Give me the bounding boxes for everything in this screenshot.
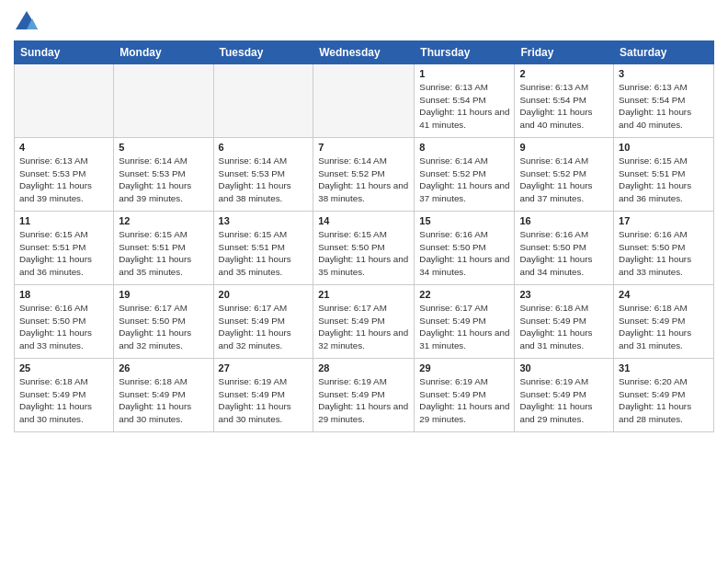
day-number: 2 — [519, 68, 609, 79]
calendar-cell: 31Sunrise: 6:20 AM Sunset: 5:49 PM Dayli… — [614, 359, 714, 432]
calendar-cell: 3Sunrise: 6:13 AM Sunset: 5:54 PM Daylig… — [614, 64, 714, 138]
calendar-week-row: 25Sunrise: 6:18 AM Sunset: 5:49 PM Dayli… — [15, 359, 714, 432]
dow-header: Monday — [114, 41, 213, 64]
day-number: 10 — [619, 142, 709, 153]
calendar-cell: 25Sunrise: 6:18 AM Sunset: 5:49 PM Dayli… — [15, 359, 114, 432]
day-info: Sunrise: 6:15 AM Sunset: 5:51 PM Dayligh… — [219, 228, 309, 279]
calendar: SundayMondayTuesdayWednesdayThursdayFrid… — [14, 40, 714, 432]
day-info: Sunrise: 6:19 AM Sunset: 5:49 PM Dayligh… — [519, 375, 609, 426]
day-info: Sunrise: 6:15 AM Sunset: 5:51 PM Dayligh… — [619, 155, 709, 205]
calendar-cell: 16Sunrise: 6:16 AM Sunset: 5:50 PM Dayli… — [515, 212, 614, 285]
day-info: Sunrise: 6:18 AM Sunset: 5:49 PM Dayligh… — [19, 375, 108, 426]
calendar-cell: 21Sunrise: 6:17 AM Sunset: 5:49 PM Dayli… — [313, 285, 415, 359]
day-number: 1 — [419, 68, 509, 79]
day-number: 7 — [318, 142, 409, 153]
day-number: 21 — [318, 289, 409, 300]
day-number: 4 — [19, 142, 108, 153]
day-number: 14 — [318, 215, 409, 226]
day-number: 13 — [219, 215, 309, 226]
day-number: 28 — [318, 362, 409, 373]
calendar-cell: 4Sunrise: 6:13 AM Sunset: 5:53 PM Daylig… — [15, 138, 114, 212]
day-info: Sunrise: 6:13 AM Sunset: 5:54 PM Dayligh… — [619, 81, 709, 132]
day-number: 11 — [19, 215, 108, 226]
day-number: 16 — [519, 215, 609, 226]
calendar-cell: 18Sunrise: 6:16 AM Sunset: 5:50 PM Dayli… — [15, 285, 114, 359]
logo — [14, 9, 43, 35]
calendar-week-row: 1Sunrise: 6:13 AM Sunset: 5:54 PM Daylig… — [15, 64, 714, 138]
day-info: Sunrise: 6:18 AM Sunset: 5:49 PM Dayligh… — [519, 302, 609, 352]
day-number: 18 — [19, 289, 108, 300]
dow-header: Friday — [515, 41, 614, 64]
calendar-cell: 17Sunrise: 6:16 AM Sunset: 5:50 PM Dayli… — [614, 212, 714, 285]
day-info: Sunrise: 6:16 AM Sunset: 5:50 PM Dayligh… — [19, 302, 108, 352]
day-info: Sunrise: 6:17 AM Sunset: 5:49 PM Dayligh… — [318, 302, 409, 352]
calendar-cell: 27Sunrise: 6:19 AM Sunset: 5:49 PM Dayli… — [213, 359, 313, 432]
day-number: 25 — [19, 362, 108, 373]
day-number: 12 — [119, 215, 208, 226]
calendar-cell: 20Sunrise: 6:17 AM Sunset: 5:49 PM Dayli… — [213, 285, 313, 359]
calendar-cell: 30Sunrise: 6:19 AM Sunset: 5:49 PM Dayli… — [515, 359, 614, 432]
day-info: Sunrise: 6:19 AM Sunset: 5:49 PM Dayligh… — [219, 375, 309, 426]
day-info: Sunrise: 6:13 AM Sunset: 5:53 PM Dayligh… — [19, 155, 108, 205]
calendar-cell: 12Sunrise: 6:15 AM Sunset: 5:51 PM Dayli… — [114, 212, 213, 285]
calendar-cell — [15, 64, 114, 138]
dow-header: Wednesday — [313, 41, 415, 64]
calendar-cell: 2Sunrise: 6:13 AM Sunset: 5:54 PM Daylig… — [515, 64, 614, 138]
calendar-cell: 1Sunrise: 6:13 AM Sunset: 5:54 PM Daylig… — [415, 64, 515, 138]
day-info: Sunrise: 6:19 AM Sunset: 5:49 PM Dayligh… — [419, 375, 509, 426]
day-number: 17 — [619, 215, 709, 226]
calendar-cell: 10Sunrise: 6:15 AM Sunset: 5:51 PM Dayli… — [614, 138, 714, 212]
day-info: Sunrise: 6:14 AM Sunset: 5:53 PM Dayligh… — [219, 155, 309, 205]
day-number: 8 — [419, 142, 509, 153]
day-info: Sunrise: 6:14 AM Sunset: 5:53 PM Dayligh… — [119, 155, 208, 205]
day-info: Sunrise: 6:14 AM Sunset: 5:52 PM Dayligh… — [519, 155, 609, 205]
day-number: 30 — [519, 362, 609, 373]
calendar-cell — [213, 64, 313, 138]
day-number: 26 — [119, 362, 208, 373]
day-info: Sunrise: 6:18 AM Sunset: 5:49 PM Dayligh… — [619, 302, 709, 352]
day-info: Sunrise: 6:15 AM Sunset: 5:51 PM Dayligh… — [119, 228, 208, 279]
calendar-cell: 29Sunrise: 6:19 AM Sunset: 5:49 PM Dayli… — [415, 359, 515, 432]
day-number: 9 — [519, 142, 609, 153]
day-info: Sunrise: 6:15 AM Sunset: 5:50 PM Dayligh… — [318, 228, 409, 279]
day-number: 15 — [419, 215, 509, 226]
day-number: 27 — [219, 362, 309, 373]
day-number: 23 — [519, 289, 609, 300]
logo-icon — [14, 9, 40, 35]
calendar-body: 1Sunrise: 6:13 AM Sunset: 5:54 PM Daylig… — [15, 64, 714, 432]
day-info: Sunrise: 6:13 AM Sunset: 5:54 PM Dayligh… — [419, 81, 509, 132]
calendar-week-row: 11Sunrise: 6:15 AM Sunset: 5:51 PM Dayli… — [15, 212, 714, 285]
day-number: 24 — [619, 289, 709, 300]
day-info: Sunrise: 6:19 AM Sunset: 5:49 PM Dayligh… — [318, 375, 409, 426]
calendar-cell: 11Sunrise: 6:15 AM Sunset: 5:51 PM Dayli… — [15, 212, 114, 285]
day-info: Sunrise: 6:13 AM Sunset: 5:54 PM Dayligh… — [519, 81, 609, 132]
calendar-cell: 15Sunrise: 6:16 AM Sunset: 5:50 PM Dayli… — [415, 212, 515, 285]
day-info: Sunrise: 6:16 AM Sunset: 5:50 PM Dayligh… — [519, 228, 609, 279]
calendar-cell: 5Sunrise: 6:14 AM Sunset: 5:53 PM Daylig… — [114, 138, 213, 212]
dow-header: Tuesday — [213, 41, 313, 64]
day-info: Sunrise: 6:16 AM Sunset: 5:50 PM Dayligh… — [419, 228, 509, 279]
day-number: 19 — [119, 289, 208, 300]
day-info: Sunrise: 6:14 AM Sunset: 5:52 PM Dayligh… — [419, 155, 509, 205]
dow-header: Thursday — [415, 41, 515, 64]
calendar-cell: 9Sunrise: 6:14 AM Sunset: 5:52 PM Daylig… — [515, 138, 614, 212]
day-info: Sunrise: 6:17 AM Sunset: 5:49 PM Dayligh… — [419, 302, 509, 352]
day-number: 29 — [419, 362, 509, 373]
day-number: 6 — [219, 142, 309, 153]
calendar-cell: 7Sunrise: 6:14 AM Sunset: 5:52 PM Daylig… — [313, 138, 415, 212]
day-number: 20 — [219, 289, 309, 300]
day-number: 31 — [619, 362, 709, 373]
calendar-cell: 24Sunrise: 6:18 AM Sunset: 5:49 PM Dayli… — [614, 285, 714, 359]
calendar-cell: 23Sunrise: 6:18 AM Sunset: 5:49 PM Dayli… — [515, 285, 614, 359]
calendar-cell: 19Sunrise: 6:17 AM Sunset: 5:50 PM Dayli… — [114, 285, 213, 359]
calendar-cell: 14Sunrise: 6:15 AM Sunset: 5:50 PM Dayli… — [313, 212, 415, 285]
calendar-cell: 6Sunrise: 6:14 AM Sunset: 5:53 PM Daylig… — [213, 138, 313, 212]
header — [14, 9, 714, 35]
days-of-week-row: SundayMondayTuesdayWednesdayThursdayFrid… — [15, 41, 714, 64]
day-info: Sunrise: 6:18 AM Sunset: 5:49 PM Dayligh… — [119, 375, 208, 426]
day-info: Sunrise: 6:14 AM Sunset: 5:52 PM Dayligh… — [318, 155, 409, 205]
calendar-cell: 22Sunrise: 6:17 AM Sunset: 5:49 PM Dayli… — [415, 285, 515, 359]
day-info: Sunrise: 6:17 AM Sunset: 5:50 PM Dayligh… — [119, 302, 208, 352]
page: SundayMondayTuesdayWednesdayThursdayFrid… — [0, 0, 728, 563]
dow-header: Sunday — [15, 41, 114, 64]
